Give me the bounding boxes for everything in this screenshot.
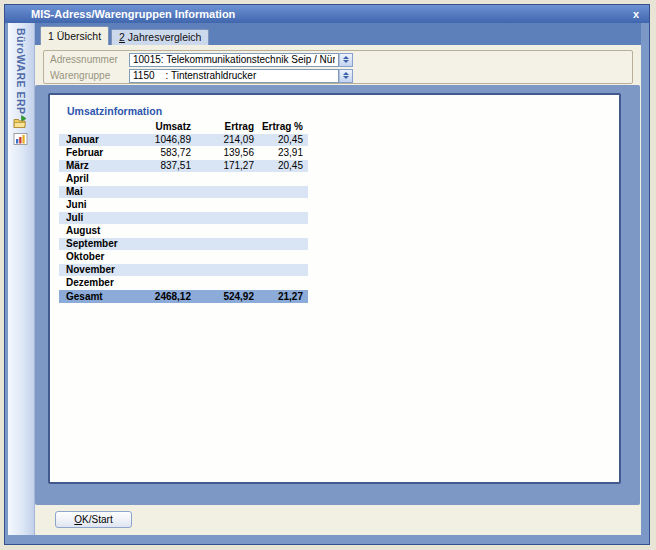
warengruppe-row: Warengruppe bbox=[50, 68, 353, 83]
titlebar[interactable]: MIS-Adress/Warengruppen Information x bbox=[5, 5, 649, 23]
open-folder-icon[interactable] bbox=[13, 115, 28, 129]
cell-umsatz: 1046,89 bbox=[121, 134, 193, 146]
header-ertrag-pct: Ertrag % bbox=[256, 121, 308, 133]
table-row-september: September bbox=[59, 238, 308, 250]
warengruppe-input[interactable] bbox=[129, 69, 339, 83]
tab-bar: 1 Übersicht 2 Jahresvergleich bbox=[35, 23, 641, 45]
cell-ertrag bbox=[193, 212, 256, 224]
cell-umsatz bbox=[121, 225, 193, 237]
header-umsatz: Umsatz bbox=[121, 121, 193, 133]
cell-umsatz bbox=[121, 238, 193, 250]
cell-ertrag-pct: 23,91 bbox=[256, 147, 308, 159]
tab-uebersicht-label: 1 Übersicht bbox=[48, 27, 101, 45]
app-window: MIS-Adress/Warengruppen Information x Bü… bbox=[4, 4, 650, 545]
cell-month: Gesamt bbox=[59, 290, 121, 303]
cell-umsatz bbox=[121, 186, 193, 198]
cell-ertrag-pct bbox=[256, 251, 308, 263]
table-row-dezember: Dezember bbox=[59, 277, 308, 289]
cell-ertrag bbox=[193, 277, 256, 289]
sidebar: BüroWARE ERP bbox=[8, 23, 35, 535]
ok-start-button-label: OK/Start bbox=[56, 514, 131, 525]
info-panel-frame: Umsatzinformation Umsatz Ertrag Ertrag %… bbox=[35, 85, 640, 505]
umsatz-table: Umsatz Ertrag Ertrag % Januar 1046,89 21… bbox=[59, 121, 308, 304]
table-header-row: Umsatz Ertrag Ertrag % bbox=[59, 121, 308, 133]
tab-uebersicht[interactable]: 1 Übersicht bbox=[40, 26, 109, 45]
cell-umsatz bbox=[121, 212, 193, 224]
cell-ertrag-pct: 20,45 bbox=[256, 160, 308, 172]
ok-start-button[interactable]: OK/Start bbox=[55, 511, 132, 528]
spinner-up-icon bbox=[343, 56, 349, 59]
adressnummer-input[interactable] bbox=[129, 53, 339, 67]
cell-ertrag bbox=[193, 225, 256, 237]
cell-month: Juni bbox=[59, 199, 121, 211]
adressnummer-row: Adressnummer bbox=[50, 52, 353, 67]
cell-umsatz: 583,72 bbox=[121, 147, 193, 159]
table-row-juni: Juni bbox=[59, 199, 308, 211]
table-row-oktober: Oktober bbox=[59, 251, 308, 263]
cell-umsatz: 837,51 bbox=[121, 160, 193, 172]
cell-ertrag: 524,92 bbox=[193, 290, 256, 303]
tab-jahresvergleich-label: 2 Jahresvergleich bbox=[119, 30, 201, 45]
cell-month: Juli bbox=[59, 212, 121, 224]
chart-icon[interactable] bbox=[13, 132, 28, 146]
table-row-juli: Juli bbox=[59, 212, 308, 224]
cell-ertrag bbox=[193, 186, 256, 198]
cell-month: September bbox=[59, 238, 121, 250]
cell-ertrag-pct bbox=[256, 225, 308, 237]
cell-ertrag-pct bbox=[256, 238, 308, 250]
cell-umsatz bbox=[121, 199, 193, 211]
warengruppe-dropdown-button[interactable] bbox=[339, 69, 353, 83]
spinner-up-icon bbox=[343, 72, 349, 75]
adressnummer-dropdown-button[interactable] bbox=[339, 53, 353, 67]
cell-month: März bbox=[59, 160, 121, 172]
table-row-gesamt: Gesamt 2468,12 524,92 21,27 bbox=[59, 290, 308, 303]
cell-month: Januar bbox=[59, 134, 121, 146]
cell-umsatz bbox=[121, 251, 193, 263]
cell-month: April bbox=[59, 173, 121, 185]
sidebar-icon-bar bbox=[13, 115, 28, 146]
cell-ertrag-pct bbox=[256, 173, 308, 185]
cell-month: Mai bbox=[59, 186, 121, 198]
cell-umsatz bbox=[121, 173, 193, 185]
cell-ertrag bbox=[193, 238, 256, 250]
tab-content: Adressnummer Warengruppe bbox=[35, 45, 641, 535]
table-row-august: August bbox=[59, 225, 308, 237]
cell-month: August bbox=[59, 225, 121, 237]
window-title: MIS-Adress/Warengruppen Information bbox=[31, 8, 631, 20]
umsatz-panel: Umsatzinformation Umsatz Ertrag Ertrag %… bbox=[48, 93, 621, 484]
cell-ertrag-pct: 20,45 bbox=[256, 134, 308, 146]
cell-month: Februar bbox=[59, 147, 121, 159]
adressnummer-label: Adressnummer bbox=[50, 54, 129, 65]
cell-ertrag bbox=[193, 264, 256, 276]
main-area: 1 Übersicht 2 Jahresvergleich Adressnumm… bbox=[35, 23, 641, 535]
window-body: BüroWARE ERP bbox=[8, 23, 641, 535]
cell-ertrag bbox=[193, 199, 256, 211]
cell-umsatz: 2468,12 bbox=[121, 290, 193, 303]
cell-ertrag-pct bbox=[256, 212, 308, 224]
cell-ertrag-pct: 21,27 bbox=[256, 290, 308, 303]
table-row-januar: Januar 1046,89 214,09 20,45 bbox=[59, 134, 308, 146]
cell-ertrag-pct bbox=[256, 277, 308, 289]
cell-ertrag-pct bbox=[256, 186, 308, 198]
brand-vertical-label: BüroWARE ERP bbox=[15, 28, 27, 115]
cell-ertrag bbox=[193, 251, 256, 263]
spinner-down-icon bbox=[343, 76, 349, 79]
table-row-november: November bbox=[59, 264, 308, 276]
cell-umsatz bbox=[121, 264, 193, 276]
cell-month: Oktober bbox=[59, 251, 121, 263]
cell-ertrag: 214,09 bbox=[193, 134, 256, 146]
panel-title: Umsatzinformation bbox=[67, 105, 162, 117]
cell-umsatz bbox=[121, 277, 193, 289]
warengruppe-label: Warengruppe bbox=[50, 70, 129, 81]
table-row-april: April bbox=[59, 173, 308, 185]
cell-month: Dezember bbox=[59, 277, 121, 289]
cell-month: November bbox=[59, 264, 121, 276]
cell-ertrag-pct bbox=[256, 199, 308, 211]
cell-ertrag: 171,27 bbox=[193, 160, 256, 172]
cell-ertrag: 139,56 bbox=[193, 147, 256, 159]
table-row-maerz: März 837,51 171,27 20,45 bbox=[59, 160, 308, 172]
cell-ertrag bbox=[193, 173, 256, 185]
cell-ertrag-pct bbox=[256, 264, 308, 276]
tab-jahresvergleich[interactable]: 2 Jahresvergleich bbox=[111, 29, 209, 45]
close-icon[interactable]: x bbox=[631, 9, 641, 20]
